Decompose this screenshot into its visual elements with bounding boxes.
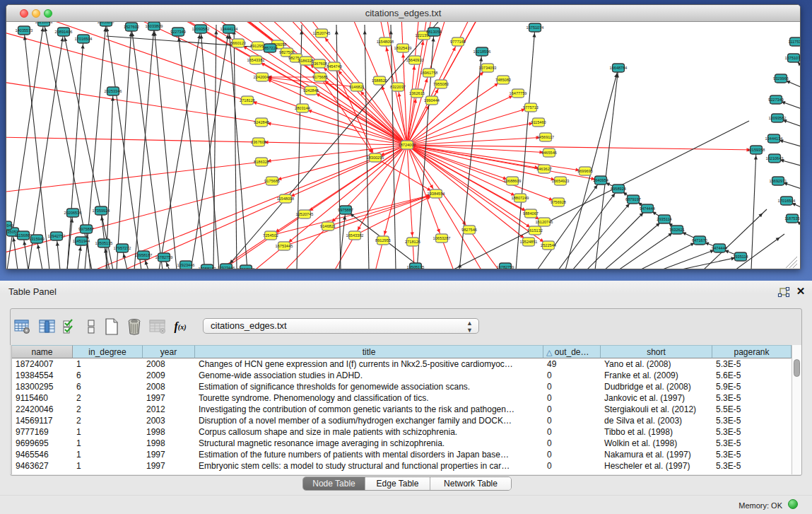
cell-title: Corpus callosum shape and size in male p… bbox=[195, 426, 543, 438]
network-edge[interactable] bbox=[407, 22, 800, 145]
network-edge[interactable] bbox=[229, 29, 247, 269]
network-edge[interactable] bbox=[407, 145, 761, 269]
cell-year: 2003 bbox=[143, 415, 195, 426]
table-row[interactable]: 911546021997Tourette syndrome. Phenomeno… bbox=[12, 392, 792, 404]
network-canvas[interactable]: 8660123891295518226058982750398275468186… bbox=[6, 22, 800, 269]
column-header-year[interactable]: year bbox=[143, 345, 195, 358]
network-node-label: 12923446 bbox=[218, 266, 235, 269]
float-window-icon[interactable] bbox=[777, 287, 790, 298]
table-row[interactable]: 2242004622012Investigating the contribut… bbox=[12, 404, 792, 415]
cell-name: 9777169 bbox=[12, 426, 73, 438]
table-row[interactable]: 946554611997Estimation of the future num… bbox=[12, 449, 792, 460]
network-edge[interactable] bbox=[407, 145, 544, 222]
table-row[interactable]: 1456911722003Disruption of a novel membe… bbox=[12, 415, 792, 426]
network-node-label: 13524851 bbox=[520, 240, 538, 244]
network-edge[interactable] bbox=[178, 32, 205, 269]
network-node-label: 17957272 bbox=[237, 267, 255, 269]
network-node-label: 1640954 bbox=[593, 178, 608, 182]
column-header-pagerank[interactable]: pagerank bbox=[712, 345, 792, 358]
close-icon[interactable]: ✕ bbox=[795, 285, 806, 298]
cell-pagerank: 5.3E-5 bbox=[712, 438, 792, 449]
network-node-label: 9975887 bbox=[78, 227, 94, 231]
table-row[interactable]: 977716911998Corpus callosum shape and si… bbox=[12, 426, 792, 438]
table-row[interactable]: 1830029562008Estimation of significance … bbox=[12, 381, 792, 392]
network-edge[interactable] bbox=[57, 236, 60, 269]
import-table-icon[interactable] bbox=[148, 316, 167, 337]
network-node-label: 8454749 bbox=[326, 64, 342, 69]
new-table-icon[interactable] bbox=[103, 316, 120, 337]
network-node-label: 9775713 bbox=[523, 105, 539, 110]
network-edge[interactable] bbox=[558, 189, 618, 269]
cell-title: Genome-wide association studies in ADHD. bbox=[195, 370, 543, 381]
cell-out_degree: 0 bbox=[543, 415, 601, 426]
network-node-label: 9975887 bbox=[338, 208, 353, 212]
scrollbar-thumb[interactable] bbox=[794, 359, 800, 377]
network-edge[interactable] bbox=[407, 22, 800, 145]
tab-node-table[interactable]: Node Table bbox=[303, 477, 365, 490]
tab-network-table[interactable]: Network Table bbox=[430, 477, 511, 490]
edge-arrow bbox=[384, 230, 387, 235]
table-settings-icon[interactable] bbox=[13, 316, 33, 337]
network-edge[interactable] bbox=[23, 235, 28, 269]
network-node-label: 13958187 bbox=[135, 253, 153, 257]
network-edge[interactable] bbox=[751, 150, 756, 269]
network-node-label: 8958924 bbox=[611, 187, 626, 191]
column-header-name[interactable]: name bbox=[12, 345, 73, 358]
network-edge[interactable] bbox=[117, 27, 131, 269]
cell-year: 2008 bbox=[143, 358, 195, 370]
network-node-label: 1990444 bbox=[424, 98, 440, 103]
network-edge[interactable] bbox=[191, 29, 229, 269]
network-edge[interactable] bbox=[234, 25, 237, 269]
cell-year: 1997 bbox=[143, 392, 195, 404]
network-node-label: 18325419 bbox=[394, 46, 412, 50]
row-selector-icon[interactable] bbox=[86, 316, 97, 337]
table-row[interactable]: 1938455462009Genome-wide association stu… bbox=[12, 370, 792, 381]
edge-arrow bbox=[385, 47, 389, 52]
network-view-window[interactable]: citations_edges.txt 86601238912955182260… bbox=[6, 4, 801, 269]
edge-arrow bbox=[145, 261, 148, 265]
resize-grip-icon[interactable] bbox=[789, 260, 797, 268]
cell-in_degree: 2 bbox=[73, 404, 143, 415]
table-row[interactable]: 1872400712008Changes of HCN gene express… bbox=[12, 358, 792, 370]
table-row[interactable]: 969969511998Structural magnetic resonanc… bbox=[12, 438, 792, 449]
network-node-label: 9756928 bbox=[551, 200, 566, 204]
cell-out_degree: 0 bbox=[543, 426, 601, 438]
network-edge[interactable] bbox=[213, 25, 216, 269]
table-vertical-scrollbar[interactable] bbox=[792, 345, 801, 474]
network-edge[interactable] bbox=[618, 230, 677, 269]
network-window-titlebar[interactable]: citations_edges.txt bbox=[6, 5, 800, 22]
network-node-label: 1362615 bbox=[409, 91, 425, 95]
table-row[interactable]: 946362711997Embryonic stem cells: a mode… bbox=[12, 460, 792, 472]
memory-status-indicator[interactable] bbox=[788, 499, 798, 509]
network-node-label: 16961758 bbox=[420, 71, 438, 75]
function-builder-icon[interactable]: f(x) bbox=[171, 316, 189, 337]
network-edge[interactable] bbox=[640, 240, 700, 269]
edge-arrow bbox=[23, 241, 26, 245]
network-node-label: 9315949 bbox=[29, 237, 45, 241]
column-header-in_degree[interactable]: in_degree bbox=[73, 345, 143, 358]
network-window-title: citations_edges.txt bbox=[6, 8, 800, 18]
network-edge[interactable] bbox=[587, 209, 647, 269]
network-node-label: 18724007 bbox=[399, 143, 416, 147]
network-edge[interactable] bbox=[407, 145, 512, 181]
cell-in_degree: 6 bbox=[73, 370, 143, 381]
network-edge[interactable] bbox=[407, 145, 585, 171]
network-edge[interactable] bbox=[336, 25, 341, 269]
column-header-title[interactable]: title bbox=[195, 345, 543, 358]
network-edge[interactable] bbox=[407, 145, 756, 150]
edge-arrow bbox=[64, 37, 67, 42]
network-edge[interactable] bbox=[134, 26, 154, 269]
network-graph[interactable]: 8660123891295518226058982750398275468186… bbox=[6, 22, 800, 269]
column-header-out_degree[interactable]: △ out_de… bbox=[543, 345, 601, 358]
delete-table-icon[interactable] bbox=[125, 316, 143, 337]
column-selector-icon[interactable] bbox=[37, 316, 57, 337]
table-selector-dropdown[interactable]: citations_edges.txt ▲▼ bbox=[203, 318, 479, 334]
tab-edge-table[interactable]: Edge Table bbox=[365, 477, 430, 490]
column-header-short[interactable]: short bbox=[601, 345, 712, 358]
network-edge[interactable] bbox=[407, 22, 800, 145]
select-all-icon[interactable] bbox=[62, 316, 78, 337]
edge-arrow bbox=[37, 245, 40, 249]
network-edge[interactable] bbox=[375, 158, 436, 194]
resize-grip-icon[interactable] bbox=[793, 264, 797, 268]
cell-title: Structural magnetic resonance image aver… bbox=[195, 438, 543, 449]
